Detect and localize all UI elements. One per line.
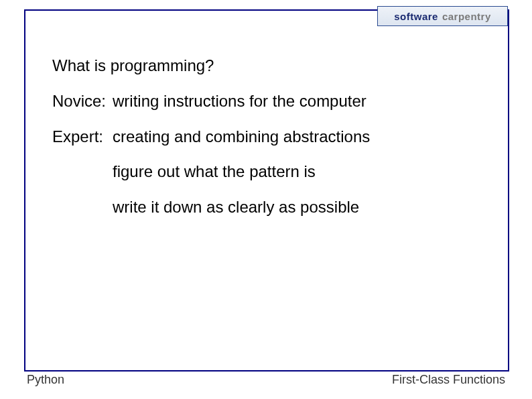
logo-software-carpentry: software carpentry <box>377 6 508 26</box>
expert-label: Expert: <box>52 127 113 147</box>
expert-text: creating and combining abstractions <box>113 127 370 147</box>
footer-left: Python <box>27 373 64 387</box>
footer-right: First-Class Functions <box>392 373 505 387</box>
slide-content: What is programming? Novice: writing ins… <box>52 56 481 233</box>
expert-bullet-2: write it down as clearly as possible <box>113 198 359 217</box>
novice-text: writing instructions for the computer <box>113 92 367 111</box>
slide-heading: What is programming? <box>52 56 214 76</box>
logo-word-carpentry: carpentry <box>442 11 491 22</box>
expert-bullet-1: figure out what the pattern is <box>113 162 316 182</box>
logo-word-software: software <box>394 11 438 22</box>
novice-label: Novice: <box>52 92 113 111</box>
